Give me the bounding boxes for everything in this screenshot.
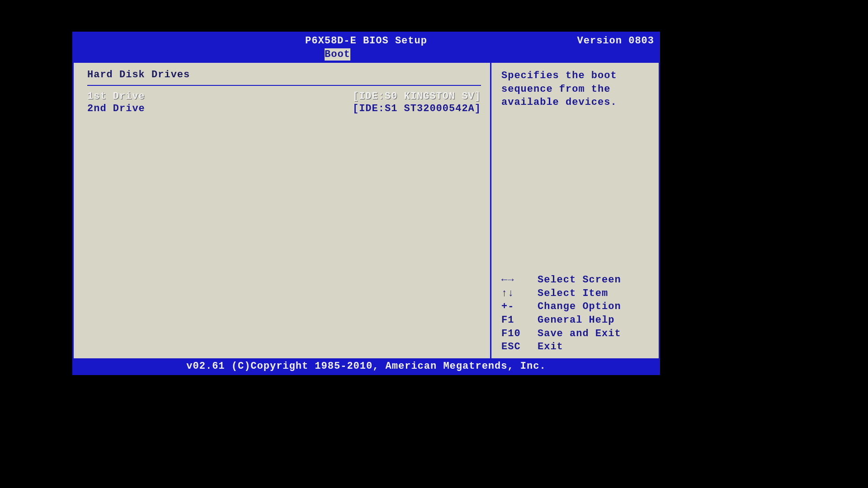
drive-row-1[interactable]: 1st Drive [IDE:S0 KINGSTON SV] <box>87 90 481 103</box>
key-desc: Save and Exit <box>538 327 651 341</box>
key-desc: Select Screen <box>538 273 651 287</box>
key: ←→ <box>501 273 538 287</box>
key: +- <box>501 300 538 314</box>
key-desc: General Help <box>538 314 651 327</box>
key-row: F1 General Help <box>501 314 651 327</box>
copyright-text: v02.61 (C)Copyright 1985-2010, American … <box>186 361 546 372</box>
divider <box>87 85 481 86</box>
key-row: +- Change Option <box>501 300 651 314</box>
drive-label: 1st Drive <box>87 91 178 102</box>
menu-bar: Boot <box>74 48 659 62</box>
drive-value: [IDE:S0 KINGSTON SV] <box>353 91 481 102</box>
key: ↑↓ <box>501 287 538 300</box>
key-row: ←→ Select Screen <box>501 273 651 287</box>
key-row: ↑↓ Select Item <box>501 287 651 300</box>
key: F10 <box>501 327 538 341</box>
section-heading: Hard Disk Drives <box>87 68 481 85</box>
key-desc: Select Item <box>538 287 651 300</box>
help-description: Specifies the boot sequence from the ava… <box>501 69 651 109</box>
footer-bar: v02.61 (C)Copyright 1985-2010, American … <box>74 358 659 374</box>
bios-title: P6X58D-E BIOS Setup <box>74 35 659 47</box>
tab-boot[interactable]: Boot <box>325 48 350 61</box>
bios-version: Version 0803 <box>577 35 654 47</box>
drive-row-2[interactable]: 2nd Drive [IDE:S1 ST32000542A] <box>87 103 481 115</box>
drive-value: [IDE:S1 ST32000542A] <box>353 103 481 114</box>
key: ESC <box>501 340 538 354</box>
key-row: F10 Save and Exit <box>501 327 651 341</box>
key-row: ESC Exit <box>501 340 651 354</box>
drive-label: 2nd Drive <box>87 103 178 114</box>
main-pane: Hard Disk Drives 1st Drive [IDE:S0 KINGS… <box>74 63 491 358</box>
key: F1 <box>501 314 538 327</box>
title-bar: P6X58D-E BIOS Setup Version 0803 <box>74 33 659 48</box>
key-desc: Exit <box>538 340 651 354</box>
key-legend: ←→ Select Screen ↑↓ Select Item +- Chang… <box>501 273 651 354</box>
bios-screen: P6X58D-E BIOS Setup Version 0803 Boot Ha… <box>72 32 660 375</box>
key-desc: Change Option <box>538 300 651 314</box>
help-pane: Specifies the boot sequence from the ava… <box>491 63 659 358</box>
body-area: Hard Disk Drives 1st Drive [IDE:S0 KINGS… <box>74 62 659 358</box>
